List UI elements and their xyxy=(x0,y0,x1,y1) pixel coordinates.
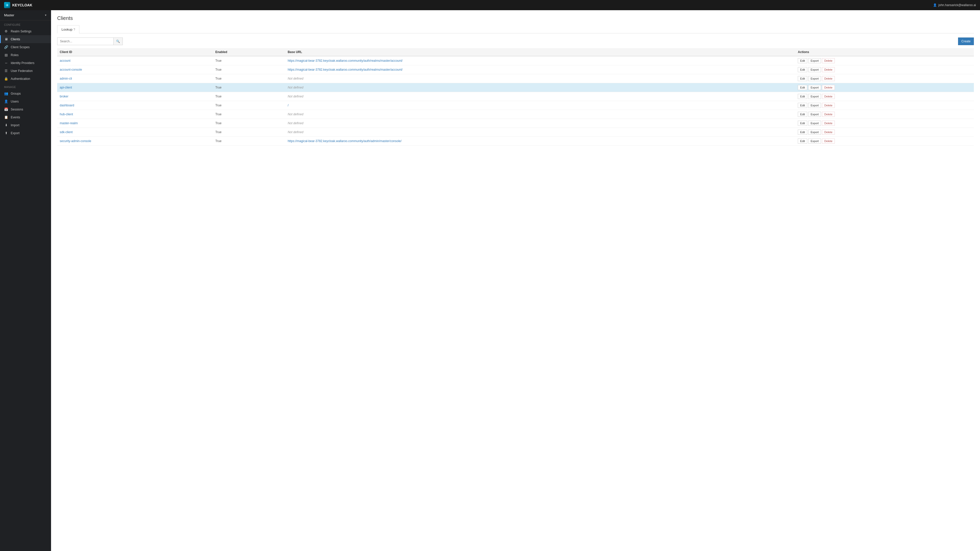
sidebar-item-events[interactable]: 📋 Events xyxy=(0,113,51,121)
sidebar-item-roles[interactable]: ▤ Roles xyxy=(0,51,51,59)
roles-icon: ▤ xyxy=(4,53,8,57)
sidebar-item-authentication[interactable]: 🔒 Authentication xyxy=(0,75,51,83)
col-enabled: Enabled xyxy=(213,48,285,56)
tab-help-icon: ? xyxy=(73,28,75,32)
edit-button[interactable]: Edit xyxy=(798,130,807,135)
export-button[interactable]: Export xyxy=(808,121,821,126)
actions-cell: EditExportDelete xyxy=(795,92,974,101)
export-button[interactable]: Export xyxy=(808,130,821,135)
delete-button[interactable]: Delete xyxy=(822,58,835,63)
delete-button[interactable]: Delete xyxy=(822,121,835,126)
client-scopes-icon: 🔗 xyxy=(4,45,8,49)
sidebar-item-label: Client Scopes xyxy=(11,45,30,49)
tab-lookup[interactable]: Lookup ? xyxy=(57,25,80,33)
create-button[interactable]: Create xyxy=(958,38,974,45)
client-id-link[interactable]: sdk-client xyxy=(60,130,73,134)
export-button[interactable]: Export xyxy=(808,112,821,117)
client-id-link[interactable]: master-realm xyxy=(60,121,78,125)
client-id-link[interactable]: admin-cli xyxy=(60,77,72,80)
sidebar-item-label: Export xyxy=(11,131,20,135)
base-url-link[interactable]: https://magical-bear-3782.keycloak.walla… xyxy=(288,59,402,62)
realm-name: Master xyxy=(4,13,14,17)
sidebar-item-user-federation[interactable]: ☰ User Federation xyxy=(0,67,51,75)
base-url-text: Not defined xyxy=(285,110,795,119)
enabled-cell: True xyxy=(213,101,285,110)
client-id-link[interactable]: dashboard xyxy=(60,103,74,107)
base-url-link[interactable]: https://magical-bear-3782.keycloak.walla… xyxy=(288,139,401,143)
search-create-row: 🔍 Create xyxy=(57,38,974,45)
sidebar-item-label: User Federation xyxy=(11,69,33,73)
user-email: john.hansarick@wallaroo.ai xyxy=(939,3,976,7)
export-button[interactable]: Export xyxy=(808,67,821,72)
sidebar-item-label: Authentication xyxy=(11,77,30,81)
sidebar-item-groups[interactable]: 👥 Groups xyxy=(0,89,51,97)
col-client-id: Client ID xyxy=(57,48,213,56)
base-url-link[interactable]: / xyxy=(288,103,288,107)
tab-bar: Lookup ? xyxy=(57,25,974,33)
export-button[interactable]: Export xyxy=(808,138,821,144)
search-input[interactable] xyxy=(57,38,113,45)
sidebar: Master ▼ Configure ⚙ Realm Settings 🖥 Cl… xyxy=(0,10,51,551)
sidebar-item-label: Clients xyxy=(11,38,20,41)
edit-button[interactable]: Edit xyxy=(798,67,807,72)
import-icon: ⬇ xyxy=(4,123,8,127)
realm-selector[interactable]: Master ▼ xyxy=(0,10,51,21)
enabled-cell: True xyxy=(213,83,285,92)
enabled-cell: True xyxy=(213,65,285,74)
sidebar-item-clients[interactable]: 🖥 Clients xyxy=(0,35,51,43)
sidebar-item-sessions[interactable]: 📅 Sessions xyxy=(0,105,51,113)
sidebar-item-users[interactable]: 👤 Users xyxy=(0,97,51,105)
sidebar-item-identity-providers[interactable]: ↔ Identity Providers xyxy=(0,59,51,67)
delete-button[interactable]: Delete xyxy=(822,85,835,90)
keycloak-logo-icon xyxy=(4,2,10,8)
table-row: sdk-clientTrueNot definedEditExportDelet… xyxy=(57,128,974,137)
clients-table: Client ID Enabled Base URL Actions accou… xyxy=(57,48,974,146)
client-id-link[interactable]: account xyxy=(60,59,70,62)
base-url-text: Not defined xyxy=(285,74,795,83)
sidebar-item-import[interactable]: ⬇ Import xyxy=(0,121,51,129)
export-button[interactable]: Export xyxy=(808,85,821,90)
edit-button[interactable]: Edit xyxy=(798,103,807,108)
delete-button[interactable]: Delete xyxy=(822,138,835,144)
delete-button[interactable]: Delete xyxy=(822,130,835,135)
edit-button[interactable]: Edit xyxy=(798,85,807,90)
delete-button[interactable]: Delete xyxy=(822,76,835,81)
sidebar-item-client-scopes[interactable]: 🔗 Client Scopes xyxy=(0,43,51,51)
export-button[interactable]: Export xyxy=(808,103,821,108)
client-id-link[interactable]: security-admin-console xyxy=(60,139,91,143)
edit-button[interactable]: Edit xyxy=(798,121,807,126)
delete-button[interactable]: Delete xyxy=(822,103,835,108)
client-id-link[interactable]: account-console xyxy=(60,68,82,71)
sidebar-item-label: Identity Providers xyxy=(11,61,35,65)
clients-icon: 🖥 xyxy=(4,37,8,41)
delete-button[interactable]: Delete xyxy=(822,67,835,72)
table-row: brokerTrueNot definedEditExportDelete xyxy=(57,92,974,101)
export-button[interactable]: Export xyxy=(808,58,821,63)
sidebar-item-export[interactable]: ⬆ Export xyxy=(0,129,51,137)
delete-button[interactable]: Delete xyxy=(822,112,835,117)
edit-button[interactable]: Edit xyxy=(798,76,807,81)
brand[interactable]: KEYCLOAK xyxy=(4,2,32,8)
export-button[interactable]: Export xyxy=(808,76,821,81)
sidebar-item-label: Users xyxy=(11,100,19,103)
users-icon: 👤 xyxy=(4,100,8,103)
user-menu[interactable]: 👤 john.hansarick@wallaroo.ai xyxy=(933,3,976,7)
enabled-cell: True xyxy=(213,128,285,137)
sidebar-item-label: Events xyxy=(11,116,20,119)
base-url-link[interactable]: https://magical-bear-3782.keycloak.walla… xyxy=(288,68,402,71)
client-id-link[interactable]: broker xyxy=(60,95,68,98)
edit-button[interactable]: Edit xyxy=(798,138,807,144)
col-actions: Actions xyxy=(795,48,974,56)
actions-cell: EditExportDelete xyxy=(795,101,974,110)
delete-button[interactable]: Delete xyxy=(822,94,835,99)
client-id-link[interactable]: api-client xyxy=(60,86,72,89)
edit-button[interactable]: Edit xyxy=(798,58,807,63)
export-button[interactable]: Export xyxy=(808,94,821,99)
edit-button[interactable]: Edit xyxy=(798,112,807,117)
client-id-link[interactable]: hub-client xyxy=(60,113,73,116)
edit-button[interactable]: Edit xyxy=(798,94,807,99)
authentication-icon: 🔒 xyxy=(4,77,8,81)
table-row: master-realmTrueNot definedEditExportDel… xyxy=(57,119,974,128)
sidebar-item-realm-settings[interactable]: ⚙ Realm Settings xyxy=(0,27,51,35)
search-button[interactable]: 🔍 xyxy=(113,38,123,45)
